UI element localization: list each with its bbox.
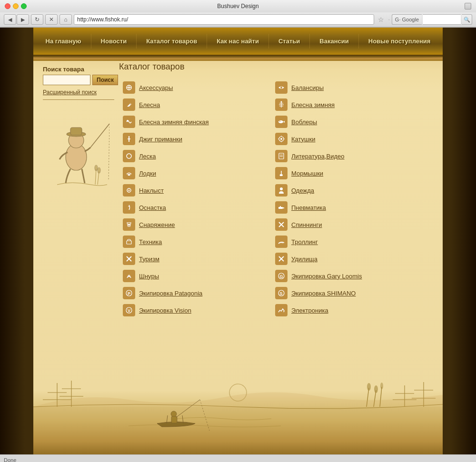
catalog-item-osnastka[interactable]: Оснастка — [119, 199, 271, 216]
svg-point-51 — [367, 383, 371, 391]
search-button[interactable]: Поиск — [92, 75, 118, 85]
svg-point-13 — [127, 154, 131, 158]
title-bar: Bushuev Design — [0, 0, 476, 12]
snarjenie-label[interactable]: Снаряжение — [139, 221, 175, 228]
accessories-label[interactable]: Аксессуары — [139, 84, 173, 91]
catalog-item-turizm[interactable]: Туризм — [119, 250, 271, 267]
catalog-item-accessories[interactable]: Аксессуары — [119, 79, 271, 96]
patagonia-label[interactable]: Экипировка Patagonia — [139, 290, 202, 297]
catalog-item-snarjenie[interactable]: Снаряжение — [119, 216, 271, 233]
literatura-label[interactable]: Литература,Видео — [291, 153, 345, 160]
odezhda-label[interactable]: Одежда — [291, 187, 314, 194]
catalog-item-elektronika[interactable]: Электроника — [271, 302, 424, 319]
boats-label[interactable]: Лодки — [139, 170, 156, 177]
boats-icon — [123, 167, 135, 179]
catalog-item-boats[interactable]: Лодки — [119, 165, 271, 182]
blesna-fin-label[interactable]: Блесна зимняя финская — [139, 118, 209, 126]
catalog-item-shnury[interactable]: Шнуры — [119, 267, 271, 285]
voblery-icon — [275, 116, 288, 128]
mormyshki-label[interactable]: Мормышки — [291, 170, 323, 177]
nav-item-new-arrivals[interactable]: Новые поступления — [359, 34, 440, 49]
catalog-item-vision[interactable]: V Экипировка Vision — [119, 302, 271, 319]
minimize-button[interactable] — [13, 3, 19, 9]
catalog-item-trolling[interactable]: Троллинг — [271, 233, 424, 250]
pnevmatika-icon — [275, 201, 288, 214]
svg-rect-31 — [279, 153, 284, 159]
katushki-label[interactable]: Катушки — [291, 136, 316, 143]
close-button[interactable] — [5, 3, 10, 9]
search-area: G· Google 🔍 — [392, 14, 472, 25]
balansiry-label[interactable]: Балансиры — [291, 84, 324, 91]
naklyst-label[interactable]: Наклыст — [139, 187, 164, 194]
leska-label[interactable]: Леска — [139, 153, 156, 160]
search-input[interactable] — [423, 14, 461, 25]
blesna-zimnaya-icon — [275, 98, 288, 111]
advanced-search-link[interactable]: Расширенный поиск — [43, 89, 114, 100]
svg-rect-37 — [283, 207, 284, 208]
catalog-item-naklyst[interactable]: Наклыст — [119, 182, 271, 199]
trolling-label[interactable]: Троллинг — [291, 238, 318, 246]
forward-button[interactable]: ▶ — [17, 14, 29, 25]
udilisha-label[interactable]: Удилища — [291, 256, 317, 263]
catalog-item-katushki[interactable]: Катушки — [271, 130, 424, 147]
elektronika-label[interactable]: Электроника — [291, 307, 328, 314]
nav-item-articles[interactable]: Статьи — [269, 34, 310, 49]
refresh-button[interactable]: ↻ — [31, 14, 43, 25]
catalog-item-gary-loomis[interactable]: G Экипировка Gary Loomis — [271, 267, 424, 285]
spinning-label[interactable]: Спиннинги — [291, 221, 322, 228]
catalog-item-leska[interactable]: Леска — [119, 147, 271, 165]
back-button[interactable]: ◀ — [4, 14, 16, 25]
spinning-icon — [275, 218, 288, 231]
nav-item-home[interactable]: На главную — [36, 34, 91, 49]
svg-line-5 — [109, 124, 109, 181]
pnevmatika-label[interactable]: Пневматика — [291, 204, 326, 211]
blesna-fin-icon — [123, 116, 135, 128]
technika-label[interactable]: Техника — [139, 238, 162, 246]
catalog-item-mormyshki[interactable]: Мормышки — [271, 165, 424, 182]
catalog-item-technika[interactable]: Техника — [119, 233, 271, 250]
svg-rect-17 — [127, 241, 131, 244]
nav-item-howto[interactable]: Как нас найти — [207, 34, 269, 49]
catalog-item-odezhda[interactable]: Одежда — [271, 182, 424, 199]
catalog-item-shimano[interactable]: S Экипировка SHIMANO — [271, 285, 424, 302]
svg-point-8 — [95, 165, 98, 171]
shimano-label[interactable]: Экипировка SHIMANO — [291, 290, 356, 297]
shnury-label[interactable]: Шнуры — [139, 273, 159, 280]
osnastka-label[interactable]: Оснастка — [139, 204, 166, 211]
nav-item-catalog[interactable]: Каталог товаров — [137, 34, 207, 49]
catalog-item-balansiry[interactable]: Балансиры — [271, 79, 424, 96]
window-resize-button[interactable] — [465, 3, 471, 10]
blesna-label[interactable]: Блесна — [139, 101, 160, 108]
catalog-item-patagonia[interactable]: P Экипировка Patagonia — [119, 285, 271, 302]
svg-point-55 — [380, 383, 383, 389]
home-button[interactable]: ⌂ — [60, 14, 72, 25]
stop-button[interactable]: ✕ — [45, 14, 58, 25]
nav-item-vacancies[interactable]: Вакансии — [310, 34, 358, 49]
nav-item-news[interactable]: Новости — [91, 34, 137, 49]
catalog-item-blesna-zimnaya[interactable]: Блесна зимняя — [271, 96, 424, 113]
url-input[interactable] — [74, 14, 374, 25]
gary-loomis-label[interactable]: Экипировка Gary Loomis — [291, 273, 362, 280]
product-search-input[interactable] — [43, 75, 90, 85]
catalog-item-literatura[interactable]: Литература,Видео — [271, 147, 424, 165]
bookmark-icon[interactable]: ☆ — [376, 14, 387, 25]
catalog-item-blesna-zimnaya-fin[interactable]: Блесна зимняя финская — [119, 113, 271, 130]
svg-rect-48 — [33, 407, 443, 454]
catalog-right-column: Балансиры Блесна зимняя Воблеры — [271, 79, 424, 319]
shimano-icon: S — [275, 287, 288, 299]
jig-label[interactable]: Джиг приманки — [139, 136, 182, 143]
blesna-zimnaya-label[interactable]: Блесна зимняя — [291, 101, 335, 108]
catalog-item-blesna[interactable]: Блесна — [119, 96, 271, 113]
vision-label[interactable]: Экипировка Vision — [139, 307, 191, 314]
catalog-item-jig[interactable]: Джиг приманки — [119, 130, 271, 147]
svg-text:V: V — [128, 308, 130, 313]
catalog-item-spinning[interactable]: Спиннинги — [271, 216, 424, 233]
catalog-item-pnevmatika[interactable]: Пневматика — [271, 199, 424, 216]
catalog-item-udilisha[interactable]: Удилища — [271, 250, 424, 267]
maximize-button[interactable] — [21, 3, 27, 9]
search-go-button[interactable]: 🔍 — [462, 14, 472, 25]
voblery-label[interactable]: Воблеры — [291, 118, 317, 126]
turizm-label[interactable]: Туризм — [139, 256, 159, 263]
catalog-item-voblery[interactable]: Воблеры — [271, 113, 424, 130]
svg-line-47 — [284, 311, 284, 312]
